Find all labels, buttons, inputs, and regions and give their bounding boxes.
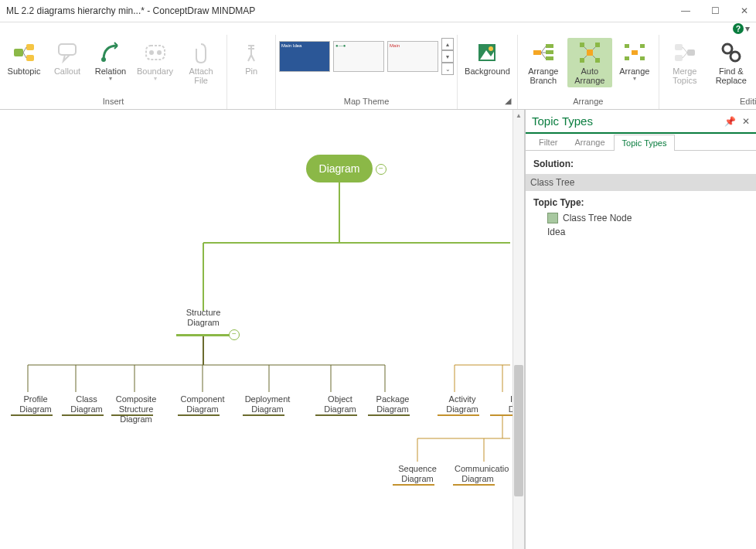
help-icon[interactable]: ? xyxy=(733,23,744,34)
svg-rect-19 xyxy=(595,58,600,63)
panel-title: Topic Types xyxy=(532,114,593,128)
boundary-button[interactable]: Boundary▾ xyxy=(133,38,177,87)
svg-rect-22 xyxy=(640,44,645,48)
svg-rect-13 xyxy=(546,50,553,54)
topic-type-idea[interactable]: Idea xyxy=(533,225,748,239)
background-button[interactable]: Background xyxy=(461,38,514,78)
svg-rect-0 xyxy=(14,49,23,56)
svg-rect-23 xyxy=(625,56,629,60)
svg-line-30 xyxy=(730,52,732,53)
tab-arrange[interactable]: Arrange xyxy=(566,134,613,150)
close-button[interactable]: ✕ xyxy=(739,5,750,16)
vertical-scrollbar[interactable]: ▲ xyxy=(513,110,524,549)
help-row: ? ▾ xyxy=(0,22,756,35)
main-area: Diagram − Structure Diagram − Profile Di… xyxy=(0,110,756,549)
leaf-node[interactable]: Class Diagram xyxy=(63,394,110,414)
collapse-icon[interactable]: − xyxy=(229,329,240,340)
ribbon-group-editing: Merge Topics Find & Replace abcSpelling … xyxy=(659,35,756,109)
tab-topic-types[interactable]: Topic Types xyxy=(614,135,676,151)
svg-rect-12 xyxy=(546,44,553,48)
svg-rect-17 xyxy=(595,43,600,47)
svg-rect-26 xyxy=(675,55,683,61)
help-dropdown-icon[interactable]: ▾ xyxy=(745,23,750,34)
leaf-node[interactable]: Composite Structure Diagram xyxy=(113,394,159,425)
ribbon-group-background: Background ◢ xyxy=(458,35,518,109)
callout-button[interactable]: Callout xyxy=(46,38,88,87)
solution-label: Solution: xyxy=(533,155,748,172)
svg-rect-2 xyxy=(26,55,34,61)
svg-point-6 xyxy=(149,50,154,55)
svg-rect-1 xyxy=(26,44,34,50)
subtopic-button[interactable]: Subtopic xyxy=(3,38,45,87)
svg-rect-20 xyxy=(632,50,638,55)
ribbon-group-arrange: Arrange Branch Auto Arrange Arrange▾ Arr… xyxy=(518,35,659,109)
pin-icon[interactable]: 📌 xyxy=(724,116,736,127)
maximize-button[interactable]: ☐ xyxy=(710,5,720,16)
topic-type-label: Topic Type: xyxy=(533,193,748,211)
topic-types-panel: Topic Types 📌 ✕ Filter Arrange Topic Typ… xyxy=(525,110,756,549)
leaf-node[interactable]: Communicatio Diagram xyxy=(455,464,501,484)
theme-thumb-3[interactable]: Main xyxy=(387,41,438,72)
leaf-node[interactable]: Activity Diagram xyxy=(439,394,485,414)
ribbon: Subtopic Callout Relation▾ Boundary▾ Att… xyxy=(0,35,756,110)
auto-arrange-button[interactable]: Auto Arrange xyxy=(567,38,612,87)
svg-rect-18 xyxy=(580,58,584,63)
tab-filter[interactable]: Filter xyxy=(530,134,566,150)
window-controls: — ☐ ✕ xyxy=(680,5,750,16)
ribbon-group-pin: Pin xyxy=(227,35,276,109)
mindmap-canvas[interactable]: Diagram − Structure Diagram − Profile Di… xyxy=(0,110,525,549)
window-title: ML 2.2 diagrams hierarchy min...* - Conc… xyxy=(6,5,255,16)
minimize-button[interactable]: — xyxy=(680,5,691,16)
theme-thumb-1[interactable]: Main Idea xyxy=(279,41,330,72)
arrange-button[interactable]: Arrange▾ xyxy=(614,38,656,87)
svg-rect-24 xyxy=(640,56,645,60)
find-replace-button[interactable]: Find & Replace xyxy=(709,38,754,87)
relation-button[interactable]: Relation▾ xyxy=(90,38,131,87)
ribbon-group-theme: Main Idea ●—● Main ▴▾⌄ Map Theme xyxy=(276,35,458,109)
leaf-node[interactable]: Package Diagram xyxy=(369,394,416,414)
svg-rect-15 xyxy=(587,49,593,56)
solution-value[interactable]: Class Tree xyxy=(526,174,756,191)
panel-tabs: Filter Arrange Topic Types xyxy=(526,134,756,151)
collapse-icon[interactable]: − xyxy=(376,164,387,175)
topic-type-node[interactable]: Class Tree Node xyxy=(533,211,748,225)
root-node[interactable]: Diagram xyxy=(306,155,373,182)
svg-point-10 xyxy=(489,46,493,51)
svg-rect-21 xyxy=(625,44,629,48)
titlebar: ML 2.2 diagrams hierarchy min...* - Conc… xyxy=(0,0,756,22)
svg-rect-14 xyxy=(546,56,553,60)
svg-rect-11 xyxy=(533,50,541,55)
svg-rect-16 xyxy=(580,43,584,47)
leaf-node[interactable]: Deployment Diagram xyxy=(244,394,291,414)
svg-rect-25 xyxy=(675,44,683,50)
svg-point-4 xyxy=(101,57,106,62)
merge-topics-button[interactable]: Merge Topics xyxy=(662,38,707,87)
svg-rect-27 xyxy=(687,49,695,56)
ribbon-group-label: Insert xyxy=(3,95,223,107)
node-structure[interactable]: Structure Diagram xyxy=(182,308,224,328)
theme-thumb-2[interactable]: ●—● xyxy=(333,41,384,72)
background-launcher-icon[interactable]: ◢ xyxy=(461,94,514,107)
svg-rect-3 xyxy=(59,44,76,55)
svg-rect-5 xyxy=(146,46,165,60)
leaf-node[interactable]: Sequence Diagram xyxy=(394,464,441,484)
svg-point-7 xyxy=(157,50,162,55)
arrange-branch-button[interactable]: Arrange Branch xyxy=(521,38,566,87)
scroll-thumb[interactable] xyxy=(514,365,523,496)
leaf-node[interactable]: Profile Diagram xyxy=(12,394,59,414)
attach-file-button[interactable]: Attach File xyxy=(179,38,223,87)
ribbon-group-insert: Subtopic Callout Relation▾ Boundary▾ Att… xyxy=(0,35,227,109)
leaf-node[interactable]: Component Diagram xyxy=(179,394,226,414)
node-icon xyxy=(547,213,558,223)
pin-button[interactable]: Pin xyxy=(230,38,272,78)
theme-gallery-spinner[interactable]: ▴▾⌄ xyxy=(441,38,454,75)
leaf-node[interactable]: Object Diagram xyxy=(317,394,363,414)
panel-close-icon[interactable]: ✕ xyxy=(742,116,750,127)
scroll-up-icon[interactable]: ▲ xyxy=(513,110,524,121)
